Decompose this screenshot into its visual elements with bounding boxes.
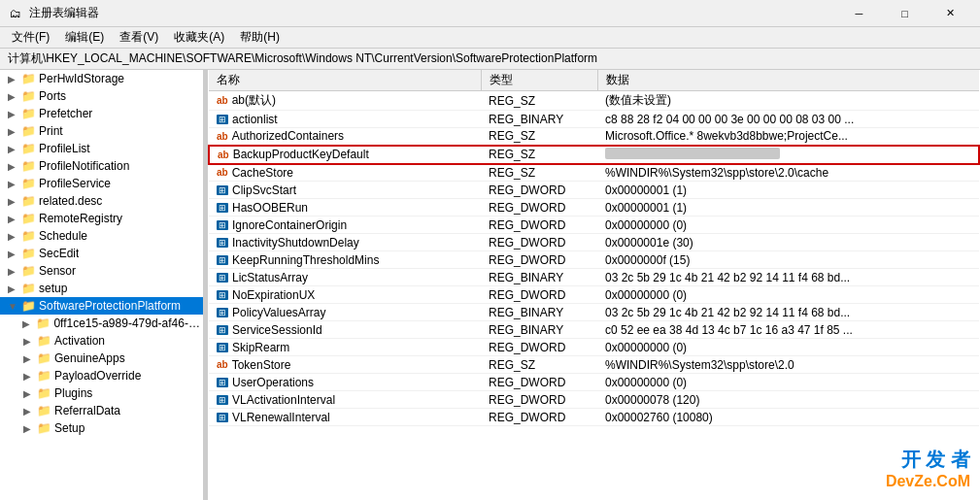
reg-type-cell: REG_BINARY bbox=[481, 269, 597, 286]
tree-item-profileservice[interactable]: ▶📁ProfileService bbox=[0, 175, 203, 192]
reg-icon-dword: ⊞ bbox=[217, 202, 228, 213]
menu-item-favorites[interactable]: 收藏夹(A) bbox=[166, 27, 232, 49]
menu-item-file[interactable]: 文件(F) bbox=[4, 27, 57, 49]
reg-name-cell: abAuthorizedContainers bbox=[209, 128, 481, 146]
reg-icon-ab: ab bbox=[217, 359, 228, 370]
registry-row[interactable]: abBackupProductKeyDefaultREG_SZ bbox=[209, 146, 979, 164]
tree-item-label: Setup bbox=[54, 421, 84, 435]
folder-icon: 📁 bbox=[21, 264, 36, 278]
reg-name-cell: ⊞HasOOBERun bbox=[209, 199, 481, 217]
registry-row[interactable]: ⊞PolicyValuesArrayREG_BINARY03 2c 5b 29 … bbox=[209, 304, 979, 321]
registry-row[interactable]: ⊞NoExpirationUXREG_DWORD0x00000000 (0) bbox=[209, 286, 979, 304]
reg-type-cell: REG_DWORD bbox=[481, 251, 597, 269]
reg-icon-binary: ⊞ bbox=[217, 272, 228, 283]
reg-name-label: NoExpirationUX bbox=[232, 288, 315, 302]
col-name[interactable]: 名称 bbox=[209, 70, 481, 91]
registry-panel[interactable]: 名称 类型 数据 abab(默认)REG_SZ(数值未设置)⊞actionlis… bbox=[208, 70, 980, 500]
registry-row[interactable]: ⊞SkipRearmREG_DWORD0x00000000 (0) bbox=[209, 339, 979, 356]
tree-item-label: Schedule bbox=[39, 229, 87, 243]
registry-row[interactable]: ⊞UserOperationsREG_DWORD0x00000000 (0) bbox=[209, 374, 979, 391]
tree-item-label: related.desc bbox=[39, 194, 102, 208]
registry-row[interactable]: abAuthorizedContainersREG_SZMicrosoft.Of… bbox=[209, 128, 979, 146]
tree-item-print[interactable]: ▶📁Print bbox=[0, 122, 203, 140]
reg-icon-dword: ⊞ bbox=[217, 342, 228, 352]
reg-type-cell: REG_BINARY bbox=[481, 304, 597, 321]
reg-data-cell: 0x00000001 (1) bbox=[597, 182, 979, 199]
reg-data-cell: %WINDIR%\System32\spp\store\2.0 bbox=[597, 356, 979, 374]
registry-row[interactable]: ⊞IgnoreContainerOriginREG_DWORD0x0000000… bbox=[209, 217, 979, 234]
tree-item-label: Print bbox=[39, 124, 63, 138]
registry-row[interactable]: ⊞actionlistREG_BINARYc8 88 28 f2 04 00 0… bbox=[209, 111, 979, 128]
tree-item-referraldata[interactable]: ▶📁ReferralData bbox=[0, 402, 203, 419]
tree-item-prefetcher[interactable]: ▶📁Prefetcher bbox=[0, 105, 203, 122]
menu-item-view[interactable]: 查看(V) bbox=[112, 27, 166, 49]
registry-row[interactable]: ⊞ServiceSessionIdREG_BINARYc0 52 ee ea 3… bbox=[209, 321, 979, 339]
menu-item-help[interactable]: 帮助(H) bbox=[232, 27, 287, 49]
tree-item-label: PerHwIdStorage bbox=[39, 72, 124, 85]
main-content: ▶📁PerHwIdStorage▶📁Ports▶📁Prefetcher▶📁Pri… bbox=[0, 70, 980, 500]
close-button[interactable]: ✕ bbox=[929, 0, 972, 27]
registry-row[interactable]: abab(默认)REG_SZ(数值未设置) bbox=[209, 91, 979, 111]
registry-row[interactable]: ⊞VLRenewalIntervalREG_DWORD0x00002760 (1… bbox=[209, 409, 979, 426]
reg-name-cell: abBackupProductKeyDefault bbox=[209, 146, 481, 164]
tree-item-perhwidstorage[interactable]: ▶📁PerHwIdStorage bbox=[0, 70, 203, 87]
reg-data-cell: %WINDIR%\System32\spp\store\2.0\cache bbox=[597, 164, 979, 182]
app-icon: 🗂 bbox=[8, 6, 23, 21]
tree-item-spp[interactable]: ▼📁SoftwareProtectionPlatform bbox=[0, 297, 203, 315]
tree-item-remoteregistry[interactable]: ▶📁RemoteRegistry bbox=[0, 210, 203, 227]
tree-item-setup[interactable]: ▶📁setup bbox=[0, 280, 203, 297]
tree-item-relateddesc[interactable]: ▶📁related.desc bbox=[0, 192, 203, 210]
folder-icon: 📁 bbox=[37, 351, 51, 365]
tree-item-secedit[interactable]: ▶📁SecEdit bbox=[0, 245, 203, 262]
folder-icon: 📁 bbox=[21, 89, 36, 103]
registry-table: 名称 类型 数据 abab(默认)REG_SZ(数值未设置)⊞actionlis… bbox=[208, 70, 980, 426]
registry-row[interactable]: ⊞KeepRunningThresholdMinsREG_DWORD0x0000… bbox=[209, 251, 979, 269]
tree-item-activation[interactable]: ▶📁Activation bbox=[0, 332, 203, 350]
folder-icon: 📁 bbox=[21, 124, 36, 138]
tree-item-profilelist[interactable]: ▶📁ProfileList bbox=[0, 140, 203, 157]
folder-icon: 📁 bbox=[21, 72, 36, 85]
tree-item-setup2[interactable]: ▶📁Setup bbox=[0, 419, 203, 437]
col-type[interactable]: 类型 bbox=[481, 70, 597, 91]
reg-type-cell: REG_DWORD bbox=[481, 374, 597, 391]
registry-row[interactable]: abTokenStoreREG_SZ%WINDIR%\System32\spp\… bbox=[209, 356, 979, 374]
folder-icon: 📁 bbox=[37, 369, 51, 383]
reg-type-cell: REG_DWORD bbox=[481, 391, 597, 409]
tree-item-sensor[interactable]: ▶📁Sensor bbox=[0, 262, 203, 280]
registry-row[interactable]: ⊞HasOOBERunREG_DWORD0x00000001 (1) bbox=[209, 199, 979, 217]
registry-row[interactable]: ⊞LicStatusArrayREG_BINARY03 2c 5b 29 1c … bbox=[209, 269, 979, 286]
minimize-button[interactable]: ─ bbox=[837, 0, 881, 27]
registry-row[interactable]: ⊞ClipSvcStartREG_DWORD0x00000001 (1) bbox=[209, 182, 979, 199]
expand-icon: ▶ bbox=[8, 231, 21, 242]
maximize-button[interactable]: □ bbox=[883, 0, 927, 27]
registry-row[interactable]: ⊞VLActivationIntervalREG_DWORD0x00000078… bbox=[209, 391, 979, 409]
tree-item-profilenotification[interactable]: ▶📁ProfileNotification bbox=[0, 157, 203, 175]
tree-item-plugins[interactable]: ▶📁Plugins bbox=[0, 384, 203, 402]
reg-data-cell: (数值未设置) bbox=[597, 91, 979, 111]
reg-data-cell: 0x0000000f (15) bbox=[597, 251, 979, 269]
tree-item-ports[interactable]: ▶📁Ports bbox=[0, 87, 203, 105]
registry-row[interactable]: abCacheStoreREG_SZ%WINDIR%\System32\spp\… bbox=[209, 164, 979, 182]
menu-item-edit[interactable]: 编辑(E) bbox=[57, 27, 112, 49]
tree-item-0ff1ce15[interactable]: ▶📁0ff1ce15-a989-479d-af46-f2... bbox=[0, 315, 203, 332]
expand-icon: ▶ bbox=[8, 266, 21, 277]
menu-bar: 文件(F)编辑(E)查看(V)收藏夹(A)帮助(H) bbox=[0, 27, 980, 49]
reg-data-cell: 03 2c 5b 29 1c 4b 21 42 b2 92 14 11 f4 6… bbox=[597, 304, 979, 321]
reg-type-cell: REG_DWORD bbox=[481, 217, 597, 234]
folder-icon: 📁 bbox=[21, 299, 36, 313]
reg-icon-dword: ⊞ bbox=[217, 377, 228, 387]
reg-name-cell: ⊞InactivityShutdownDelay bbox=[209, 234, 481, 251]
expand-icon: ▶ bbox=[8, 74, 21, 84]
tree-item-payloadoverride[interactable]: ▶📁PayloadOverride bbox=[0, 367, 203, 384]
reg-data-cell: 0x00000000 (0) bbox=[597, 374, 979, 391]
expand-icon: ▶ bbox=[23, 353, 37, 364]
tree-item-schedule[interactable]: ▶📁Schedule bbox=[0, 227, 203, 245]
tree-item-genuineapps[interactable]: ▶📁GenuineApps bbox=[0, 350, 203, 367]
tree-panel[interactable]: ▶📁PerHwIdStorage▶📁Ports▶📁Prefetcher▶📁Pri… bbox=[0, 70, 204, 500]
expand-icon: ▶ bbox=[23, 371, 37, 382]
registry-row[interactable]: ⊞InactivityShutdownDelayREG_DWORD0x00000… bbox=[209, 234, 979, 251]
reg-data-cell: 0x00002760 (10080) bbox=[597, 409, 979, 426]
folder-icon: 📁 bbox=[21, 177, 36, 190]
folder-icon: 📁 bbox=[21, 247, 36, 260]
col-data[interactable]: 数据 bbox=[597, 70, 979, 91]
